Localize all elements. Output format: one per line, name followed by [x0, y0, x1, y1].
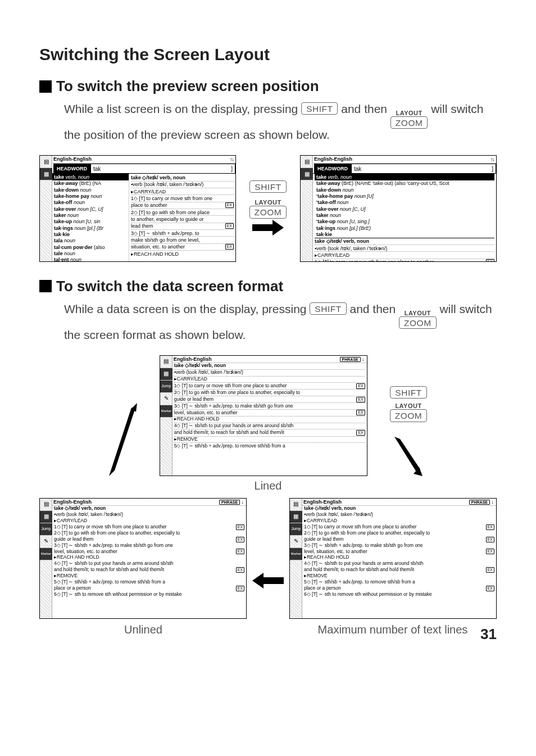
book-icon: ▤	[290, 499, 302, 511]
key-sequence: SHIFT LAYOUT ZOOM	[390, 387, 428, 420]
book-icon: ▤	[40, 156, 52, 168]
preview-position-diagram: ▤ ▦ English-English ↑↓ HEADWORD tak] tak…	[39, 155, 497, 262]
sidebar-icons: ▤ ▦ Jump ✎ Marker	[160, 356, 172, 476]
jump-icon: Jump	[40, 523, 52, 536]
layout-zoom-key: LAYOUT ZOOM	[399, 310, 437, 329]
bullet-square-icon	[39, 80, 52, 93]
book-icon: ▤	[160, 356, 172, 368]
layout-zoom-key: LAYOUT ZOOM	[390, 403, 428, 422]
sidebar-icons: ▤ ▦ Jump ✎ Marker	[290, 499, 302, 618]
screenshot-max-lines: ▤ ▦ Jump ✎ Marker English-English PHRASE…	[289, 498, 497, 619]
word-list-and-preview[interactable]: take verb, nountake·away (BrE) (NAmE 'ta…	[313, 174, 496, 261]
search-bar: HEADWORD tak]	[40, 164, 235, 174]
arrow-down-right-icon	[394, 437, 423, 476]
arrow-left-icon	[252, 573, 284, 588]
maxlines-label: Maximum number of text lines	[289, 623, 497, 636]
calc-icon: ▦	[40, 168, 52, 180]
bullet-square-icon	[39, 280, 52, 292]
phrase-badge: PHRASE	[469, 500, 490, 505]
shift-key: SHIFT	[390, 386, 426, 399]
lined-label: Lined	[39, 479, 497, 492]
book-icon: ▤	[301, 156, 313, 168]
definition-content[interactable]: take ◇/teɪk/ verb, noun▪verb (took /tʊk/…	[52, 506, 246, 617]
preview-pane: take ◇/teɪk/ verb, noun▪verb (took /tʊk/…	[129, 174, 235, 261]
calc-icon: ▦	[40, 511, 52, 523]
jump-icon: Jump	[160, 381, 172, 393]
section2-heading: To switch the data screen format	[39, 278, 497, 295]
titlebar: English-English PHRASE ↓	[290, 499, 496, 506]
layout-zoom-key: LAYOUT ZOOM	[390, 110, 428, 129]
shift-key: SHIFT	[310, 302, 346, 315]
page-title: Switching the Screen Layout	[39, 45, 497, 64]
svg-marker-2	[394, 437, 420, 473]
jump-icon: Jump	[290, 523, 302, 536]
headword-label: HEADWORD	[314, 164, 351, 173]
book-icon: ▤	[40, 499, 52, 511]
sidebar-icons: ▤ ▦	[40, 156, 52, 261]
phrase-badge: PHRASE	[219, 500, 240, 505]
sidebar-icons: ▤ ▦	[301, 156, 313, 261]
marker-icon: Marker	[290, 548, 302, 560]
screenshot-lined: ▤ ▦ Jump ✎ Marker English-English PHRASE…	[160, 355, 367, 476]
titlebar: English-English ↑↓	[301, 156, 496, 164]
titlebar: English-English ↑↓	[40, 156, 235, 164]
shift-key: SHIFT	[249, 180, 286, 193]
svg-marker-1	[109, 408, 135, 476]
page-number: 31	[480, 626, 497, 643]
definition-content[interactable]: take ◇/teɪk/ verb, noun▪verb (took /tʊk/…	[302, 506, 496, 617]
marker-icon: Marker	[40, 548, 52, 560]
updown-icon: ↑↓	[230, 156, 233, 163]
headword-label: HEADWORD	[53, 164, 90, 173]
data-screen-diagram: ▤ ▦ Jump ✎ Marker English-English PHRASE…	[39, 355, 497, 636]
titlebar: English-English PHRASE ↓	[40, 499, 246, 506]
shift-key: SHIFT	[301, 102, 338, 115]
calc-icon: ▦	[301, 168, 313, 180]
pen-icon: ✎	[160, 393, 172, 405]
phrase-badge: PHRASE	[340, 357, 361, 362]
section1-body: While a list screen is on the display, p…	[39, 101, 497, 144]
search-input[interactable]: tak]	[90, 164, 235, 173]
titlebar: English-English PHRASE ↓	[160, 356, 367, 363]
updown-icon: ↑↓	[490, 156, 494, 163]
screenshot-list-bottom-preview: ▤ ▦ English-English ↑↓ HEADWORD tak] tak…	[300, 155, 497, 262]
search-input[interactable]: tak]	[351, 164, 496, 173]
section2-body: While a data screen is on the display, p…	[39, 301, 497, 344]
calc-icon: ▦	[160, 368, 172, 381]
section1-heading: To switch the preview screen position	[39, 78, 497, 95]
word-list[interactable]: take verb, nountake·away (BrE) (NAtake·d…	[52, 174, 129, 261]
calc-icon: ▦	[290, 511, 302, 523]
unlined-label: Unlined	[39, 623, 247, 636]
marker-icon: Marker	[160, 405, 172, 418]
screenshot-list-side-preview: ▤ ▦ English-English ↑↓ HEADWORD tak] tak…	[39, 155, 236, 262]
arrow-right-icon	[252, 220, 284, 236]
screenshot-unlined: ▤ ▦ Jump ✎ Marker English-English PHRASE…	[39, 498, 247, 619]
pen-icon: ✎	[40, 536, 52, 548]
key-sequence: SHIFT LAYOUT ZOOM	[249, 182, 287, 236]
pen-icon: ✎	[290, 536, 302, 548]
arrow-up-right-icon	[109, 403, 137, 476]
definition-content[interactable]: take ◇/teɪk/ verb, noun▪verb (took /tʊk/…	[172, 363, 367, 474]
layout-zoom-key: LAYOUT ZOOM	[249, 200, 287, 218]
search-bar: HEADWORD tak]	[301, 164, 496, 174]
sidebar-icons: ▤ ▦ Jump ✎ Marker	[40, 499, 52, 618]
